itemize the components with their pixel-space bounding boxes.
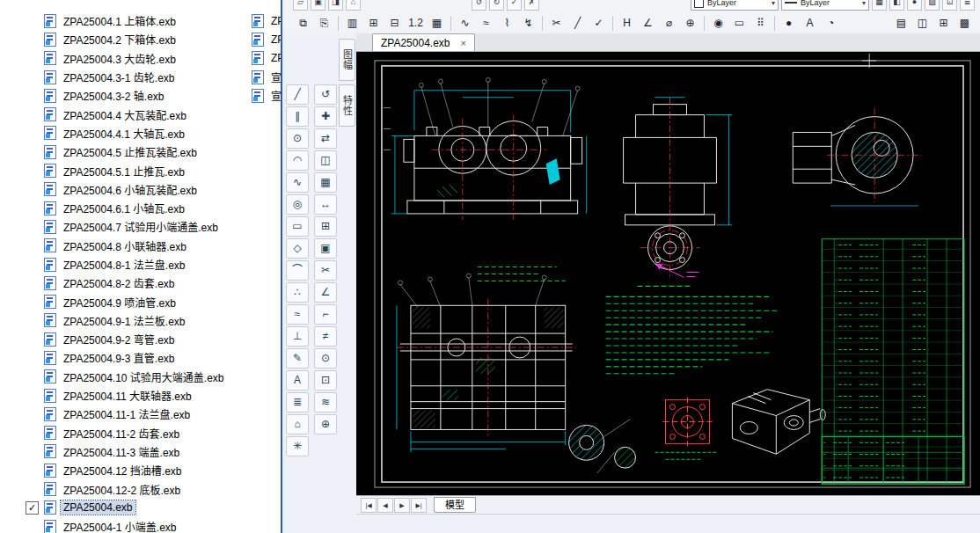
toolbar-icon[interactable]: ◨ [328, 0, 343, 11]
tab-sheet[interactable]: 图幅 [339, 39, 355, 81]
file-name[interactable]: ZPA25004.9-1 法兰板.exb [61, 312, 188, 329]
file-list-item-overflow[interactable]: ZP [252, 11, 281, 30]
file-list-item-overflow[interactable]: ZP [252, 49, 281, 68]
toolbar-icon[interactable]: ⊟ [384, 14, 405, 33]
file-name[interactable]: ZPA25004.12-2 底板.exb [61, 481, 183, 498]
toolbar-icon[interactable]: ▦ [872, 0, 887, 11]
file-name[interactable]: ZPA25004.2 下箱体.exb [61, 31, 179, 47]
file-name[interactable]: ZPA25004.8-2 齿套.exb [61, 274, 178, 291]
file-list-item[interactable]: ZPA25004.3-2 轴.exb [0, 86, 281, 105]
file-name[interactable]: ZPA25004.6.1 小轴瓦.exb [61, 200, 187, 216]
toolbar-icon[interactable]: ◧ [889, 0, 904, 11]
toolbar-icon[interactable]: ▨ [925, 0, 940, 11]
file-list-item-overflow[interactable]: 宣 [252, 68, 281, 86]
edit-tool-icon[interactable]: ⊕ [314, 414, 337, 434]
toolbar-icon[interactable]: ↻ [489, 0, 504, 11]
file-list-item[interactable]: ZPA25004.8 小联轴器.exb [0, 237, 281, 255]
toolbar-icon[interactable]: ↺ [472, 0, 486, 11]
edit-tool-icon[interactable]: ↔ [314, 194, 337, 215]
draw-tool-icon[interactable]: ⊙ [286, 128, 309, 149]
draw-tool-icon[interactable]: ▭ [286, 216, 309, 237]
tab-document[interactable]: ZPA25004.exb × [372, 33, 475, 51]
toolbar-icon[interactable]: ✓ [507, 0, 522, 11]
file-name[interactable]: ZPA25004.5.1 止推瓦.exb [61, 163, 187, 179]
file-list-item[interactable]: ZPA25004.12-2 底板.exb [0, 479, 281, 498]
toolbar-icon[interactable]: A [800, 14, 820, 33]
draw-tool-icon[interactable]: ⌒ [286, 260, 309, 281]
file-name[interactable]: ZPA25004.exb [61, 500, 135, 515]
toolbar-icon[interactable]: ◉ [708, 14, 728, 33]
edit-tool-icon[interactable]: ∠ [314, 282, 337, 303]
draw-tool-icon[interactable]: ◇ [286, 238, 309, 259]
edit-tool-icon[interactable]: ≋ [314, 392, 337, 413]
file-name[interactable]: ZPA25004.4.1 大轴瓦.exb [61, 125, 187, 142]
toolbar-icon[interactable]: ⊞ [363, 14, 384, 33]
file-list-item-overflow[interactable]: 宣 [252, 86, 281, 105]
toolbar-icon[interactable]: ▱ [293, 0, 308, 11]
sheet-nav-button[interactable]: |◀ [361, 498, 377, 513]
file-list-item[interactable]: ZPA25004.8-1 法兰盘.exb [0, 255, 281, 274]
toolbar-icon[interactable]: ▥ [342, 14, 362, 33]
file-name[interactable]: ZPA25004.12 挡油槽.exb [61, 462, 185, 478]
file-name[interactable]: ZPA25004.4 大瓦装配.exb [61, 106, 189, 123]
file-name[interactable]: ZPA25004.3-2 轴.exb [61, 87, 167, 104]
file-name[interactable]: ZPA25004.8-1 法兰盘.exb [61, 256, 188, 273]
toolbar-icon[interactable]: ⊕ [680, 14, 700, 33]
file-list-item[interactable]: ZPA25004.6.1 小轴瓦.exb [0, 199, 281, 217]
edit-tool-icon[interactable]: ◫ [314, 150, 337, 171]
file-list-item[interactable]: ZPA25004.9 喷油管.exb [0, 292, 281, 310]
file-list-item[interactable]: ZPA25004.8-2 齿套.exb [0, 274, 281, 292]
toolbar-icon[interactable]: ∠ [638, 14, 658, 33]
draw-tool-icon[interactable]: ≣ [286, 392, 309, 413]
edit-tool-icon[interactable]: ✚ [314, 106, 337, 127]
file-name[interactable]: ZPA25004.11-2 齿套.exb [61, 425, 182, 442]
toolbar-icon[interactable]: ╱ [567, 14, 588, 33]
file-name[interactable]: ZPA25004.11-3 端盖.exb [61, 443, 182, 460]
file-list-item[interactable]: ZPA25004.11-2 齿套.exb [0, 424, 281, 442]
file-list-item[interactable]: ZPA25004.3-1 齿轮.exb [0, 68, 281, 86]
file-list-item[interactable]: ZPA25004.7 试验用小端通盖.exb [0, 217, 281, 236]
toolbar-icon[interactable]: ↯ [518, 14, 538, 33]
file-name[interactable]: ZPA25004.9 喷油管.exb [61, 294, 179, 310]
sheet-nav-button[interactable]: ◀ [377, 498, 393, 513]
toolbar-icon[interactable]: 1.2 [406, 14, 426, 33]
file-list-item[interactable]: ZPA25004.11-3 端盖.exb [0, 442, 281, 461]
toolbar-icon[interactable]: ◔ [821, 14, 841, 33]
file-list-item[interactable]: ZPA25004.5.1 止推瓦.exb [0, 161, 281, 179]
file-list-item[interactable]: ✓ZPA25004.exb [0, 499, 281, 517]
toolbar-icon[interactable]: ▤ [891, 14, 911, 33]
edit-tool-icon[interactable]: ⊞ [314, 216, 337, 237]
draw-tool-icon[interactable]: ∴ [286, 282, 309, 303]
file-list-item[interactable]: ZPA25004.10 试验用大端通盖.exb [0, 368, 281, 386]
drawing-canvas[interactable] [356, 52, 980, 495]
draw-tool-icon[interactable]: ✳ [286, 436, 309, 456]
toolbar-icon[interactable]: ⊞ [933, 14, 954, 33]
file-list-item[interactable]: ZPA25004.11 大联轴器.exb [0, 386, 281, 405]
file-list-item[interactable]: ZPA25004.6 小轴瓦装配.exb [0, 180, 281, 199]
file-name[interactable]: ZPA25004.11 大联轴器.exb [61, 387, 194, 404]
edit-tool-icon[interactable]: ≠ [314, 326, 337, 347]
file-list-item[interactable]: ZPA25004.3 大齿轮.exb [0, 49, 281, 68]
edit-tool-icon[interactable]: ▦ [314, 172, 337, 193]
file-name[interactable]: ZPA25004.3 大齿轮.exb [61, 50, 179, 67]
edit-tool-icon[interactable]: ⊡ [314, 370, 337, 391]
file-list-item[interactable]: ZPA25004.4 大瓦装配.exb [0, 105, 281, 123]
toolbar-icon[interactable]: ▭ [729, 14, 750, 33]
file-list-item[interactable]: ZPA25004.5 止推瓦装配.exb [0, 142, 281, 161]
draw-tool-icon[interactable]: ⊥ [286, 326, 309, 347]
draw-tool-icon[interactable]: ◠ [286, 150, 309, 171]
toolbar-icon[interactable]: ≈ [476, 14, 496, 33]
toolbar-icon[interactable]: ⠿ [750, 14, 771, 33]
file-list-item[interactable]: ZPA25004.4.1 大轴瓦.exb [0, 124, 281, 142]
toolbar-icon[interactable]: ✂ [546, 14, 567, 33]
file-list-item[interactable]: ZPA25004.9-1 法兰板.exb [0, 311, 281, 330]
file-name[interactable]: ZPA25004.3-1 齿轮.exb [61, 69, 178, 85]
close-icon[interactable]: × [461, 38, 466, 48]
tab-properties[interactable]: 特性 [339, 84, 355, 127]
tab-model[interactable]: 模型 [434, 497, 476, 513]
file-name[interactable]: ZPA25004.8 小联轴器.exb [61, 237, 189, 254]
linetype-bylayer-dropdown[interactable]: ByLayer▾ [781, 0, 869, 11]
toolbar-icon[interactable]: H [617, 14, 637, 33]
file-name[interactable]: ZPA25004-1 小端盖.exb [61, 518, 179, 533]
file-list-item-overflow[interactable]: ZP [252, 30, 281, 48]
